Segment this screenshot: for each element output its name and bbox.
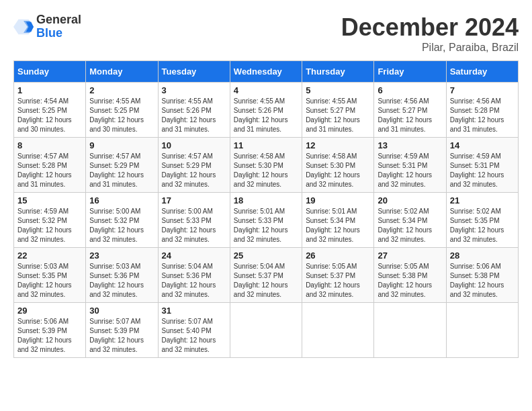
calendar-day-cell: 9 Sunrise: 4:57 AMSunset: 5:29 PMDayligh… (86, 138, 158, 193)
calendar-day-cell: 11 Sunrise: 4:58 AMSunset: 5:30 PMDaylig… (230, 138, 302, 193)
calendar-day-cell: 17 Sunrise: 5:00 AMSunset: 5:33 PMDaylig… (158, 193, 230, 248)
day-info: Sunrise: 5:03 AMSunset: 5:36 PMDaylight:… (89, 262, 154, 300)
logo: General Blue (13, 13, 81, 40)
day-number: 4 (234, 85, 298, 95)
day-info: Sunrise: 5:01 AMSunset: 5:33 PMDaylight:… (234, 207, 298, 244)
calendar-week-row: 29 Sunrise: 5:06 AMSunset: 5:39 PMDaylig… (14, 303, 519, 358)
day-info: Sunrise: 5:02 AMSunset: 5:34 PMDaylight:… (378, 207, 442, 244)
day-info: Sunrise: 5:03 AMSunset: 5:35 PMDaylight:… (17, 262, 82, 300)
day-number: 20 (378, 195, 442, 205)
calendar-day-cell: 8 Sunrise: 4:57 AMSunset: 5:28 PMDayligh… (14, 138, 86, 193)
day-number: 22 (17, 250, 82, 261)
calendar-day-cell: 15 Sunrise: 4:59 AMSunset: 5:32 PMDaylig… (14, 193, 86, 248)
day-number: 11 (234, 140, 298, 150)
calendar-day-cell (374, 303, 446, 358)
day-info: Sunrise: 4:57 AMSunset: 5:28 PMDaylight:… (17, 152, 82, 189)
day-info: Sunrise: 4:58 AMSunset: 5:30 PMDaylight:… (234, 152, 298, 189)
calendar-day-cell: 30 Sunrise: 5:07 AMSunset: 5:39 PMDaylig… (86, 303, 158, 358)
calendar-day-cell: 1 Sunrise: 4:54 AMSunset: 5:25 PMDayligh… (14, 83, 86, 138)
day-info: Sunrise: 5:00 AMSunset: 5:33 PMDaylight:… (162, 207, 226, 244)
calendar-day-cell: 22 Sunrise: 5:03 AMSunset: 5:35 PMDaylig… (14, 248, 86, 303)
location-subtitle: Pilar, Paraiba, Brazil (341, 42, 519, 54)
calendar-week-row: 15 Sunrise: 4:59 AMSunset: 5:32 PMDaylig… (14, 193, 519, 248)
day-number: 1 (17, 85, 82, 95)
day-of-week-header: Tuesday (158, 61, 230, 83)
day-number: 8 (17, 140, 82, 150)
day-info: Sunrise: 4:54 AMSunset: 5:25 PMDaylight:… (17, 97, 82, 134)
calendar-day-cell: 27 Sunrise: 5:05 AMSunset: 5:38 PMDaylig… (374, 248, 446, 303)
calendar-day-cell: 4 Sunrise: 4:55 AMSunset: 5:26 PMDayligh… (230, 83, 302, 138)
day-info: Sunrise: 5:06 AMSunset: 5:39 PMDaylight:… (17, 317, 82, 355)
logo-text: General Blue (36, 13, 81, 40)
day-number: 17 (162, 195, 226, 205)
calendar-day-cell (302, 303, 374, 358)
day-number: 21 (450, 195, 515, 205)
day-number: 7 (450, 85, 515, 95)
day-number: 14 (450, 140, 515, 150)
day-number: 13 (378, 140, 442, 150)
calendar-day-cell: 2 Sunrise: 4:55 AMSunset: 5:25 PMDayligh… (86, 83, 158, 138)
day-number: 29 (17, 306, 82, 316)
day-number: 25 (234, 250, 298, 261)
day-number: 3 (162, 85, 226, 95)
calendar-header-row: SundayMondayTuesdayWednesdayThursdayFrid… (14, 61, 519, 83)
day-number: 26 (306, 250, 370, 261)
day-number: 9 (89, 140, 154, 150)
month-title: December 2024 (341, 13, 519, 42)
day-number: 15 (17, 195, 82, 205)
day-info: Sunrise: 4:59 AMSunset: 5:31 PMDaylight:… (450, 152, 515, 189)
calendar-day-cell: 19 Sunrise: 5:01 AMSunset: 5:34 PMDaylig… (302, 193, 374, 248)
day-info: Sunrise: 5:02 AMSunset: 5:35 PMDaylight:… (450, 207, 515, 244)
calendar-day-cell: 25 Sunrise: 5:04 AMSunset: 5:37 PMDaylig… (230, 248, 302, 303)
page-header: General Blue December 2024 Pilar, Paraib… (13, 13, 519, 54)
calendar-day-cell (230, 303, 302, 358)
day-of-week-header: Thursday (302, 61, 374, 83)
day-number: 5 (306, 85, 370, 95)
day-info: Sunrise: 4:59 AMSunset: 5:31 PMDaylight:… (378, 152, 442, 189)
day-of-week-header: Sunday (14, 61, 86, 83)
day-number: 30 (89, 306, 154, 316)
calendar-day-cell: 14 Sunrise: 4:59 AMSunset: 5:31 PMDaylig… (446, 138, 518, 193)
calendar-day-cell: 16 Sunrise: 5:00 AMSunset: 5:32 PMDaylig… (86, 193, 158, 248)
day-of-week-header: Friday (374, 61, 446, 83)
calendar-day-cell: 7 Sunrise: 4:56 AMSunset: 5:28 PMDayligh… (446, 83, 518, 138)
day-info: Sunrise: 4:55 AMSunset: 5:25 PMDaylight:… (89, 97, 154, 134)
day-info: Sunrise: 4:58 AMSunset: 5:30 PMDaylight:… (306, 152, 370, 189)
calendar-week-row: 1 Sunrise: 4:54 AMSunset: 5:25 PMDayligh… (14, 83, 519, 138)
day-info: Sunrise: 5:06 AMSunset: 5:38 PMDaylight:… (450, 262, 515, 300)
day-info: Sunrise: 4:56 AMSunset: 5:27 PMDaylight:… (378, 97, 442, 134)
day-number: 18 (234, 195, 298, 205)
day-number: 28 (450, 250, 515, 261)
calendar-day-cell: 28 Sunrise: 5:06 AMSunset: 5:38 PMDaylig… (446, 248, 518, 303)
day-info: Sunrise: 5:04 AMSunset: 5:36 PMDaylight:… (162, 262, 226, 300)
day-info: Sunrise: 4:57 AMSunset: 5:29 PMDaylight:… (162, 152, 226, 189)
day-info: Sunrise: 4:55 AMSunset: 5:26 PMDaylight:… (234, 97, 298, 134)
day-info: Sunrise: 5:05 AMSunset: 5:38 PMDaylight:… (378, 262, 442, 300)
day-number: 23 (89, 250, 154, 261)
calendar-day-cell: 6 Sunrise: 4:56 AMSunset: 5:27 PMDayligh… (374, 83, 446, 138)
day-number: 2 (89, 85, 154, 95)
calendar-week-row: 22 Sunrise: 5:03 AMSunset: 5:35 PMDaylig… (14, 248, 519, 303)
calendar-day-cell: 31 Sunrise: 5:07 AMSunset: 5:40 PMDaylig… (158, 303, 230, 358)
calendar-day-cell: 21 Sunrise: 5:02 AMSunset: 5:35 PMDaylig… (446, 193, 518, 248)
calendar-day-cell (446, 303, 518, 358)
day-number: 24 (162, 250, 226, 261)
calendar-day-cell: 23 Sunrise: 5:03 AMSunset: 5:36 PMDaylig… (86, 248, 158, 303)
day-info: Sunrise: 4:55 AMSunset: 5:26 PMDaylight:… (162, 97, 226, 134)
calendar-day-cell: 5 Sunrise: 4:55 AMSunset: 5:27 PMDayligh… (302, 83, 374, 138)
calendar-day-cell: 3 Sunrise: 4:55 AMSunset: 5:26 PMDayligh… (158, 83, 230, 138)
day-info: Sunrise: 5:07 AMSunset: 5:40 PMDaylight:… (162, 317, 226, 355)
calendar-day-cell: 20 Sunrise: 5:02 AMSunset: 5:34 PMDaylig… (374, 193, 446, 248)
day-number: 6 (378, 85, 442, 95)
day-number: 31 (162, 306, 226, 316)
day-number: 10 (162, 140, 226, 150)
calendar-day-cell: 12 Sunrise: 4:58 AMSunset: 5:30 PMDaylig… (302, 138, 374, 193)
calendar-day-cell: 10 Sunrise: 4:57 AMSunset: 5:29 PMDaylig… (158, 138, 230, 193)
calendar-day-cell: 24 Sunrise: 5:04 AMSunset: 5:36 PMDaylig… (158, 248, 230, 303)
day-of-week-header: Saturday (446, 61, 518, 83)
calendar-day-cell: 26 Sunrise: 5:05 AMSunset: 5:37 PMDaylig… (302, 248, 374, 303)
calendar-table: SundayMondayTuesdayWednesdayThursdayFrid… (13, 60, 519, 358)
logo-icon (13, 17, 34, 37)
day-info: Sunrise: 4:55 AMSunset: 5:27 PMDaylight:… (306, 97, 370, 134)
day-info: Sunrise: 5:04 AMSunset: 5:37 PMDaylight:… (234, 262, 298, 300)
